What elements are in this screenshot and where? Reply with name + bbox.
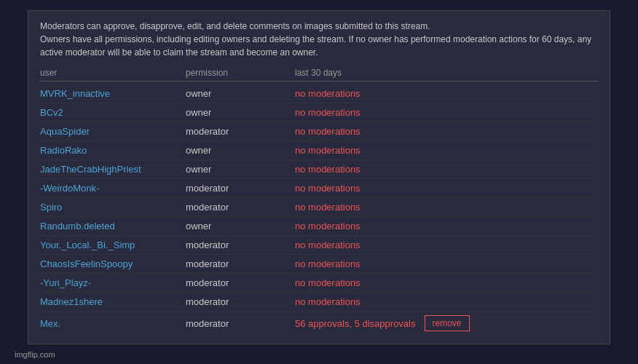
moderators-panel: Moderators can approve, disapprove, edit… <box>28 10 610 344</box>
days-cell: no moderations <box>295 240 598 250</box>
days-cell: no moderations <box>295 164 598 175</box>
permission-cell: moderator <box>186 202 295 213</box>
user-link[interactable]: Your._Local._Bi._Simp <box>40 240 135 250</box>
approvals-text: 56 approvals, 5 disapprovals <box>295 318 416 329</box>
user-link[interactable]: JadeTheCrabHighPriest <box>40 164 141 175</box>
header-permission: permission <box>186 68 295 78</box>
table-row: Randumb.deletedownerno moderations <box>40 217 598 236</box>
days-cell: no moderations <box>295 145 598 156</box>
header-user: user <box>40 68 186 78</box>
user-link[interactable]: ChaosIsFeelinSpoopy <box>40 258 133 269</box>
days-cell: 56 approvals, 5 disapprovalsremove <box>295 315 598 331</box>
table-row: -Yuri_Playz-moderatorno moderations <box>40 274 598 293</box>
table-row: Spiromoderatorno moderations <box>40 198 598 217</box>
table-row: AquaSpidermoderatorno moderations <box>40 122 598 141</box>
user-link[interactable]: -WeirdoMonk- <box>40 183 99 194</box>
table-row: MVRK_innactiveownerno moderations <box>40 84 598 103</box>
permission-cell: moderator <box>186 277 295 288</box>
table-row: ChaosIsFeelinSpoopymoderatorno moderatio… <box>40 255 598 274</box>
permission-cell: moderator <box>186 258 295 269</box>
table-row: RadioRakoownerno moderations <box>40 141 598 160</box>
table-row: Mex.moderator56 approvals, 5 disapproval… <box>40 312 598 335</box>
info-text: Moderators can approve, disapprove, edit… <box>40 20 598 59</box>
days-cell: no moderations <box>295 126 598 137</box>
permission-cell: moderator <box>186 183 295 194</box>
days-cell: no moderations <box>295 277 598 288</box>
header-last30days: last 30 days <box>295 68 598 78</box>
permission-cell: moderator <box>186 240 295 250</box>
table-row: Your._Local._Bi._Simpmoderatorno moderat… <box>40 236 598 255</box>
days-cell: no moderations <box>295 258 598 269</box>
permission-cell: moderator <box>186 318 295 329</box>
table-row: Madnez1sheremoderatorno moderations <box>40 293 598 312</box>
user-link[interactable]: -Yuri_Playz- <box>40 277 91 288</box>
user-link[interactable]: Spiro <box>40 202 62 213</box>
user-link[interactable]: AquaSpider <box>40 126 90 137</box>
table-body: MVRK_innactiveownerno moderationsBCv2own… <box>40 84 598 335</box>
days-cell: no moderations <box>295 88 598 99</box>
user-link[interactable]: Madnez1shere <box>40 296 103 307</box>
user-link[interactable]: Randumb.deleted <box>40 221 115 232</box>
permission-cell: owner <box>186 88 295 99</box>
footer-text: imgflip.com <box>15 350 55 359</box>
days-cell: no moderations <box>295 221 598 232</box>
footer: imgflip.com <box>7 350 55 359</box>
days-cell: no moderations <box>295 296 598 307</box>
permission-cell: owner <box>186 107 295 118</box>
user-link[interactable]: RadioRako <box>40 145 87 156</box>
table-row: BCv2ownerno moderations <box>40 103 598 122</box>
days-cell: no moderations <box>295 107 598 118</box>
remove-button[interactable]: remove <box>425 315 470 331</box>
permission-cell: owner <box>186 145 295 156</box>
permission-cell: owner <box>186 221 295 232</box>
permission-cell: moderator <box>186 126 295 137</box>
table-header: user permission last 30 days <box>40 68 598 82</box>
days-cell: no moderations <box>295 202 598 213</box>
days-cell: no moderations <box>295 183 598 194</box>
user-link[interactable]: BCv2 <box>40 107 63 118</box>
user-link[interactable]: MVRK_innactive <box>40 88 110 99</box>
user-link[interactable]: Mex. <box>40 318 60 329</box>
permission-cell: owner <box>186 164 295 175</box>
table-row: JadeTheCrabHighPriestownerno moderations <box>40 160 598 179</box>
permission-cell: moderator <box>186 296 295 307</box>
table-row: -WeirdoMonk-moderatorno moderations <box>40 179 598 198</box>
